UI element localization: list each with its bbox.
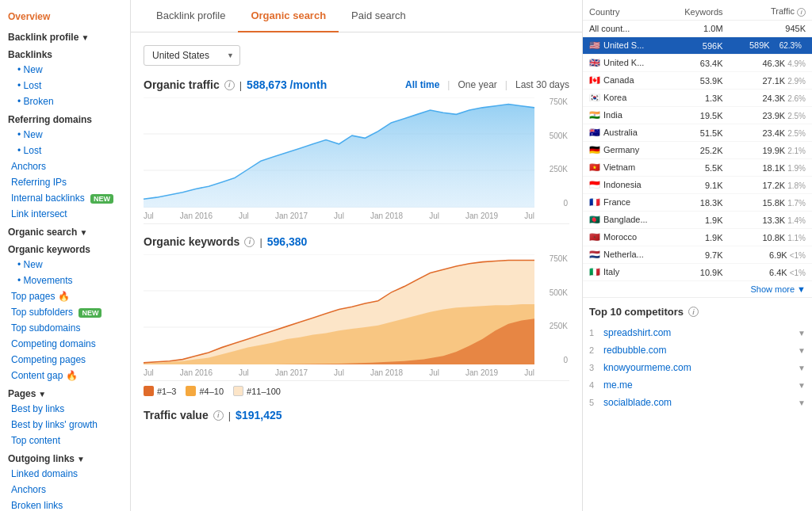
info-icon[interactable]: i [224, 80, 235, 90]
legend-item-4-10[interactable]: #4–10 [186, 386, 224, 396]
sidebar-item-lost-referring[interactable]: Lost [0, 143, 130, 158]
sidebar-section-organic-keywords: Organic keywords [0, 239, 130, 257]
competitor-item-4[interactable]: 4 me.me ▼ [589, 376, 806, 394]
col-traffic: Traffic i [730, 0, 812, 21]
country-table: Country Keywords Traffic i All count... … [583, 0, 812, 281]
sidebar-item-top-subfolders[interactable]: Top subfolders NEW [0, 304, 130, 320]
info-icon-traffic-value[interactable]: i [213, 410, 224, 421]
table-row-au[interactable]: 🇦🇺Australia 51.5K 23.4K 2.5% [583, 124, 812, 142]
table-row-nl[interactable]: 🇳🇱Netherla... 9.7K 6.9K <1% [583, 246, 812, 264]
chevron-down-icon: ▼ [38, 390, 46, 399]
sidebar-item-competing-domains[interactable]: Competing domains [0, 336, 130, 352]
chevron-down-icon: ▼ [798, 381, 806, 390]
chevron-down-icon: ▼ [77, 455, 85, 463]
traffic-chart-area [144, 97, 534, 208]
sidebar-item-top-content[interactable]: Top content [0, 433, 130, 448]
main-content: Backlink profile Organic search Paid sea… [131, 0, 582, 511]
legend-checkbox-11-100 [233, 386, 243, 396]
competitors-title: Top 10 competitors i [589, 306, 806, 318]
table-row-bd[interactable]: 🇧🇩Banglade... 1.9K 13.3K 1.4% [583, 212, 812, 229]
keywords-chart-area [144, 254, 534, 364]
show-more-button[interactable]: Show more ▼ [583, 281, 812, 297]
sidebar-item-best-by-links[interactable]: Best by links [0, 401, 130, 417]
chevron-down-icon: ▼ [798, 346, 806, 355]
sidebar-item-anchors[interactable]: Anchors [0, 158, 130, 174]
table-row-id[interactable]: 🇮🇩Indonesia 9.1K 17.2K 1.8% [583, 177, 812, 194]
sidebar-item-referring-ips[interactable]: Referring IPs [0, 174, 130, 190]
sidebar-item-content-gap[interactable]: Content gap 🔥 [0, 368, 130, 383]
info-icon-competitors[interactable]: i [688, 307, 699, 317]
table-row-de[interactable]: 🇩🇪Germany 25.2K 19.9K 2.1% [583, 142, 812, 159]
chevron-down-icon: ▼ [81, 33, 89, 42]
table-row-in[interactable]: 🇮🇳India 19.5K 23.9K 2.5% [583, 107, 812, 124]
chevron-down-icon: ▼ [798, 329, 806, 337]
traffic-value-section: Traffic value i | $191,425 [144, 409, 569, 421]
sidebar-overview[interactable]: Overview [0, 6, 130, 27]
table-row-ma[interactable]: 🇲🇦Morocco 1.9K 10.8K 1.1% [583, 229, 812, 246]
sidebar-section-backlinks: Backlinks [0, 44, 130, 62]
new-badge: NEW [79, 308, 102, 318]
keywords-us: 596K [668, 37, 729, 55]
legend-item-11-100[interactable]: #11–100 [233, 386, 281, 396]
tab-paid-search[interactable]: Paid search [339, 0, 419, 32]
time-filter-30-days[interactable]: Last 30 days [515, 79, 569, 90]
table-row-vn[interactable]: 🇻🇳Vietnam 5.5K 18.1K 1.9% [583, 159, 812, 177]
sidebar-item-movements[interactable]: Movements [0, 273, 130, 288]
competitor-item-2[interactable]: 2 redbubble.com ▼ [589, 341, 806, 359]
sidebar-item-top-pages[interactable]: Top pages 🔥 [0, 288, 130, 304]
keywords-chart-x-labels: Jul Jan 2016 Jul Jan 2017 Jul Jan 2018 J… [144, 364, 534, 380]
country-select-wrapper: United States All countries United Kingd… [144, 45, 240, 66]
sidebar-section-backlink-profile[interactable]: Backlink profile ▼ [0, 27, 130, 44]
sidebar-item-best-by-links-growth[interactable]: Best by links' growth [0, 417, 130, 433]
table-row-uk[interactable]: 🇬🇧United K... 63.4K 46.3K 4.9% [583, 55, 812, 72]
competitor-item-1[interactable]: 1 spreadshirt.com ▼ [589, 324, 806, 341]
sidebar-item-top-subdomains[interactable]: Top subdomains [0, 320, 130, 336]
competitors-section: Top 10 competitors i 1 spreadshirt.com ▼… [583, 297, 812, 419]
legend-item-1-3[interactable]: #1–3 [144, 386, 176, 396]
organic-keywords-header: Organic keywords i | 596,380 [144, 235, 569, 248]
traffic-chart: 750K 500K 250K 0 [144, 97, 569, 224]
table-row-it[interactable]: 🇮🇹Italy 10.9K 6.4K <1% [583, 264, 812, 281]
sidebar-item-new-referring[interactable]: New [0, 127, 130, 143]
chevron-down-icon: ▼ [798, 364, 806, 372]
organic-traffic-value: 588,673 /month [247, 78, 327, 91]
table-row-fr[interactable]: 🇫🇷France 18.3K 15.8K 1.7% [583, 194, 812, 212]
sidebar-item-competing-pages[interactable]: Competing pages [0, 352, 130, 368]
table-row-kr[interactable]: 🇰🇷Korea 1.3K 24.3K 2.6% [583, 90, 812, 107]
keywords-chart: 750K 500K 250K 0 [144, 254, 569, 381]
info-icon-keywords[interactable]: i [244, 237, 255, 247]
info-icon-traffic-col[interactable]: i [797, 8, 806, 17]
country-select[interactable]: United States All countries United Kingd… [144, 45, 240, 66]
tab-organic-search[interactable]: Organic search [238, 0, 339, 32]
sidebar-section-organic-search[interactable]: Organic search ▼ [0, 222, 130, 239]
organic-traffic-title: Organic traffic i | 588,673 /month [144, 78, 327, 91]
sidebar-section-pages[interactable]: Pages ▼ [0, 383, 130, 401]
sidebar-item-new-organic[interactable]: New [0, 257, 130, 273]
tab-backlink-profile[interactable]: Backlink profile [144, 0, 238, 32]
traffic-us: 589K 62.3% [730, 37, 812, 55]
competitor-item-5[interactable]: 5 socialblade.com ▼ [589, 394, 806, 411]
sidebar-item-broken-backlinks[interactable]: Broken [0, 93, 130, 109]
table-row-us[interactable]: 🇺🇸United S... 596K 589K 62.3% [583, 37, 812, 55]
traffic-value-title: Traffic value i | $191,425 [144, 409, 569, 421]
table-row-all[interactable]: All count... 1.0M 945K [583, 21, 812, 37]
country-filter-row: United States All countries United Kingd… [144, 45, 569, 66]
sidebar-item-new-backlinks[interactable]: New [0, 62, 130, 78]
time-filter-all[interactable]: All time [405, 79, 439, 90]
competitor-item-3[interactable]: 3 knowyourmeme.com ▼ [589, 359, 806, 376]
sidebar-item-link-intersect[interactable]: Link intersect [0, 206, 130, 222]
traffic-badge-us: 62.3% [776, 40, 806, 51]
traffic-value-amount: $191,425 [236, 409, 282, 421]
sidebar-item-internal-backlinks[interactable]: Internal backlinks NEW [0, 190, 130, 206]
table-row-ca[interactable]: 🇨🇦Canada 53.9K 27.1K 2.9% [583, 72, 812, 90]
sidebar-section-outgoing-links[interactable]: Outgoing links ▼ [0, 448, 130, 466]
chevron-down-icon: ▼ [798, 399, 806, 407]
time-filter-one-year[interactable]: One year [458, 79, 496, 90]
sidebar-item-anchors2[interactable]: Anchors [0, 482, 130, 498]
sidebar-item-lost-backlinks[interactable]: Lost [0, 78, 130, 93]
sidebar-item-linked-domains[interactable]: Linked domains [0, 466, 130, 482]
sidebar-section-referring-domains: Referring domains [0, 109, 130, 127]
legend-checkbox-1-3 [144, 386, 154, 396]
sidebar-item-broken-links[interactable]: Broken links [0, 498, 130, 511]
tab-bar: Backlink profile Organic search Paid sea… [131, 0, 582, 32]
